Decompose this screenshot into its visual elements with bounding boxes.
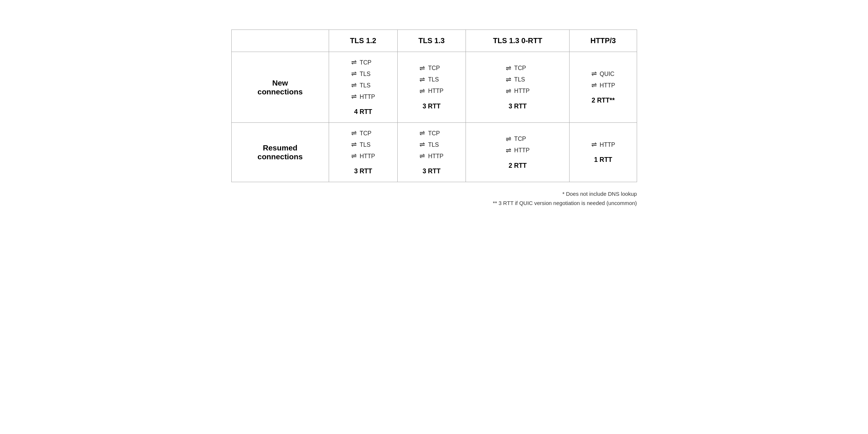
protocol-label: TLS (360, 82, 370, 89)
protocol-label: TLS (514, 76, 525, 83)
footnotes: * Does not include DNS lookup** 3 RTT if… (231, 190, 637, 208)
protocol-line: ⇌TLS (351, 141, 370, 149)
protocol-label: HTTP (428, 88, 443, 94)
protocol-label: HTTP (514, 88, 530, 94)
protocol-line: ⇌TLS (351, 81, 370, 89)
footnote: ** 3 RTT if QUIC version negotiation is … (231, 199, 637, 208)
arrows-icon: ⇌ (419, 76, 425, 84)
arrows-icon: ⇌ (351, 70, 357, 78)
protocol-label: TCP (428, 130, 440, 137)
arrows-icon: ⇌ (591, 141, 597, 149)
arrows-icon: ⇌ (506, 76, 511, 84)
protocol-line: ⇌HTTP (591, 141, 615, 149)
protocol-label: HTTP (360, 94, 375, 100)
protocol-label: HTTP (600, 82, 615, 89)
protocol-line: ⇌TCP (419, 65, 440, 72)
protocol-line: ⇌TLS (419, 141, 439, 149)
protocol-line: ⇌HTTP (351, 152, 375, 160)
header-row: TLS 1.2TLS 1.3TLS 1.3 0-RTTHTTP/3 (231, 30, 637, 52)
protocol-line: ⇌TCP (506, 65, 526, 72)
table-row: New connections⇌TCP⇌TLS⇌TLS⇌HTTP4 RTT⇌TC… (231, 52, 637, 123)
rtt-label: 1 RTT (594, 156, 612, 164)
rtt-label: 4 RTT (354, 108, 372, 116)
footnote: * Does not include DNS lookup (231, 190, 637, 199)
protocol-label: TCP (360, 59, 371, 66)
header-empty (231, 30, 329, 52)
protocol-line: ⇌QUIC (591, 70, 615, 78)
row-label-0: New connections (231, 52, 329, 123)
protocol-line: ⇌HTTP (351, 93, 375, 101)
arrows-icon: ⇌ (351, 129, 357, 137)
arrows-icon: ⇌ (419, 129, 425, 137)
protocol-line: ⇌TCP (506, 135, 526, 143)
protocol-line: ⇌HTTP (419, 152, 443, 160)
rtt-label: 2 RTT** (592, 97, 615, 104)
arrows-icon: ⇌ (506, 147, 511, 154)
rtt-label: 3 RTT (422, 103, 440, 110)
cell-r1-c0: ⇌TCP⇌TLS⇌HTTP3 RTT (329, 123, 397, 182)
column-header-tls-1-3-0-rtt: TLS 1.3 0-RTT (466, 30, 570, 52)
cell-r0-c2: ⇌TCP⇌TLS⇌HTTP3 RTT (466, 52, 570, 123)
cell-r0-c3: ⇌QUIC⇌HTTP2 RTT** (570, 52, 637, 123)
arrows-icon: ⇌ (506, 135, 511, 143)
rtt-label: 3 RTT (422, 167, 440, 175)
comparison-table: TLS 1.2TLS 1.3TLS 1.3 0-RTTHTTP/3 New co… (231, 29, 637, 182)
protocol-line: ⇌TLS (419, 76, 439, 84)
protocol-label: TCP (514, 136, 526, 142)
protocol-label: HTTP (428, 153, 443, 160)
arrows-icon: ⇌ (591, 81, 597, 89)
protocol-line: ⇌HTTP (419, 87, 443, 95)
column-header-http-3: HTTP/3 (570, 30, 637, 52)
arrows-icon: ⇌ (419, 141, 425, 149)
protocol-line: ⇌TCP (419, 129, 440, 137)
protocol-label: HTTP (600, 142, 615, 148)
protocol-label: HTTP (514, 147, 530, 154)
column-header-tls-1-3: TLS 1.3 (397, 30, 466, 52)
protocol-line: ⇌HTTP (506, 147, 530, 154)
protocol-line: ⇌TLS (506, 76, 525, 84)
arrows-icon: ⇌ (351, 141, 357, 149)
protocol-label: TCP (360, 130, 371, 137)
arrows-icon: ⇌ (351, 152, 357, 160)
column-header-tls-1-2: TLS 1.2 (329, 30, 397, 52)
protocol-line: ⇌TLS (351, 70, 370, 78)
cell-r1-c2: ⇌TCP⇌HTTP2 RTT (466, 123, 570, 182)
arrows-icon: ⇌ (419, 65, 425, 72)
protocol-label: TLS (428, 76, 439, 83)
protocol-label: QUIC (600, 71, 615, 77)
protocol-line: ⇌HTTP (591, 81, 615, 89)
cell-r0-c0: ⇌TCP⇌TLS⇌TLS⇌HTTP4 RTT (329, 52, 397, 123)
protocol-label: TCP (428, 65, 440, 72)
protocol-label: TLS (428, 142, 439, 148)
arrows-icon: ⇌ (506, 87, 511, 95)
arrows-icon: ⇌ (419, 152, 425, 160)
protocol-label: TLS (360, 142, 370, 148)
arrows-icon: ⇌ (351, 59, 357, 66)
arrows-icon: ⇌ (591, 70, 597, 78)
rtt-label: 3 RTT (509, 103, 527, 110)
arrows-icon: ⇌ (351, 93, 357, 101)
protocol-label: HTTP (360, 153, 375, 160)
protocol-line: ⇌TCP (351, 129, 371, 137)
cell-r1-c3: ⇌HTTP1 RTT (570, 123, 637, 182)
row-label-1: Resumed connections (231, 123, 329, 182)
cell-r0-c1: ⇌TCP⇌TLS⇌HTTP3 RTT (397, 52, 466, 123)
rtt-label: 2 RTT (509, 162, 527, 170)
rtt-label: 3 RTT (354, 167, 372, 175)
protocol-label: TCP (514, 65, 526, 72)
cell-r1-c1: ⇌TCP⇌TLS⇌HTTP3 RTT (397, 123, 466, 182)
arrows-icon: ⇌ (351, 81, 357, 89)
arrows-icon: ⇌ (506, 65, 511, 72)
table-wrapper: TLS 1.2TLS 1.3TLS 1.3 0-RTTHTTP/3 New co… (231, 29, 637, 182)
protocol-label: TLS (360, 71, 370, 77)
protocol-line: ⇌HTTP (506, 87, 530, 95)
arrows-icon: ⇌ (419, 87, 425, 95)
protocol-line: ⇌TCP (351, 59, 371, 66)
table-row: Resumed connections⇌TCP⇌TLS⇌HTTP3 RTT⇌TC… (231, 123, 637, 182)
